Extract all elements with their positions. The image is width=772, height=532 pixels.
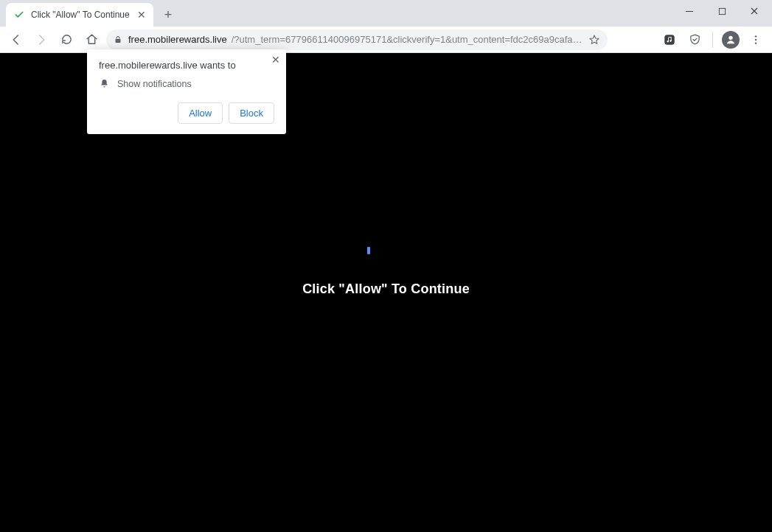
- new-tab-button[interactable]: +: [158, 4, 178, 25]
- svg-point-7: [755, 35, 757, 37]
- svg-rect-0: [686, 11, 693, 12]
- block-button[interactable]: Block: [229, 102, 274, 124]
- url-path: /?utm_term=6779661140096975171&clickveri…: [232, 34, 584, 45]
- svg-point-4: [667, 41, 669, 42]
- page-message: Click "Allow" To Continue: [0, 281, 772, 297]
- permission-capability: Show notifications: [117, 79, 192, 89]
- window-close-button[interactable]: [740, 1, 769, 21]
- titlebar: Click "Allow" To Continue ✕ +: [0, 0, 772, 27]
- close-icon[interactable]: ✕: [271, 54, 280, 66]
- kebab-menu-icon[interactable]: [745, 29, 766, 50]
- close-icon[interactable]: ✕: [137, 10, 146, 20]
- profile-avatar[interactable]: [720, 29, 741, 50]
- svg-point-9: [755, 42, 757, 43]
- maximize-button[interactable]: [707, 1, 737, 21]
- permission-title: free.mobilerewards.live wants to: [99, 60, 274, 71]
- svg-rect-3: [664, 35, 675, 45]
- allow-button[interactable]: Allow: [178, 102, 223, 124]
- window-controls: [675, 0, 769, 22]
- svg-rect-2: [116, 39, 121, 43]
- notification-permission-popup: ✕ free.mobilerewards.live wants to Show …: [87, 49, 286, 134]
- svg-point-5: [670, 40, 671, 41]
- reload-button[interactable]: [56, 29, 77, 50]
- music-icon[interactable]: [659, 29, 680, 50]
- home-button[interactable]: [81, 29, 102, 50]
- loading-spinner-icon: [367, 247, 370, 254]
- forward-button[interactable]: [31, 29, 52, 50]
- svg-point-8: [755, 38, 757, 40]
- toolbar-divider: [712, 32, 713, 48]
- address-bar[interactable]: free.mobilerewards.live /?utm_term=67796…: [106, 29, 608, 50]
- tab-title: Click "Allow" To Continue: [31, 10, 131, 20]
- bookmark-star-icon[interactable]: [588, 34, 600, 46]
- minimize-button[interactable]: [675, 1, 704, 21]
- svg-point-6: [728, 35, 732, 39]
- browser-tab[interactable]: Click "Allow" To Continue ✕: [6, 3, 153, 27]
- bell-icon: [99, 78, 110, 89]
- url-domain: free.mobilerewards.live: [128, 34, 227, 45]
- svg-rect-1: [719, 8, 725, 14]
- shield-icon[interactable]: [684, 29, 705, 50]
- checkmark-icon: [13, 9, 25, 21]
- back-button[interactable]: [6, 29, 27, 50]
- lock-icon: [114, 35, 124, 45]
